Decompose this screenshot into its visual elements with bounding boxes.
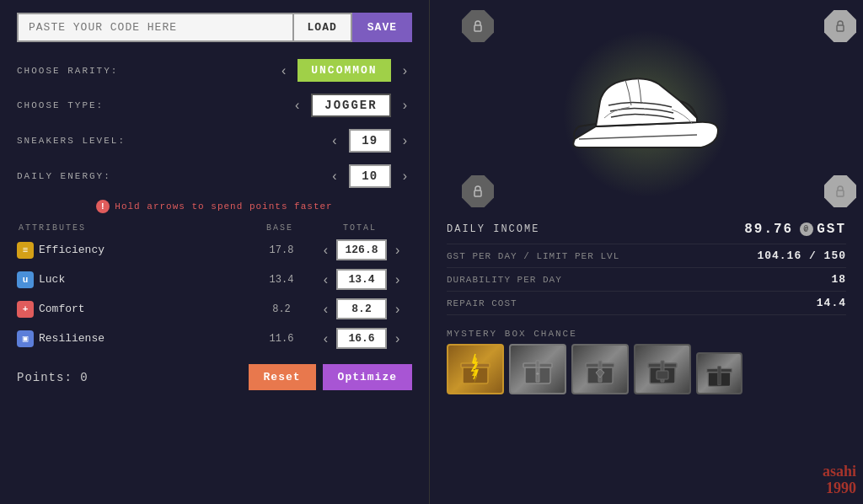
comfort-total: 8.2: [336, 298, 387, 319]
durability-row: DURABILITY PER DAY 18: [447, 268, 846, 292]
mystery-box-5: [696, 352, 742, 394]
luck-dec[interactable]: ‹: [319, 271, 333, 288]
energy-row: DAILY ENERGY: ‹ 10 ›: [17, 164, 412, 188]
mystery-box-1: [447, 344, 504, 394]
comfort-label: Comfort: [39, 303, 85, 315]
rarity-next[interactable]: ›: [398, 62, 412, 79]
resiliense-total-control: ‹ 16.6 ›: [311, 328, 412, 349]
comfort-name: + Comfort: [17, 301, 252, 318]
attr-col-total: TOTAL: [309, 223, 410, 233]
watermark: asahi1990: [823, 464, 856, 497]
attr-comfort-row: + Comfort 8.2 ‹ 8.2 ›: [17, 298, 412, 319]
points-label: Points: 0: [17, 371, 88, 384]
luck-name: u Luck: [17, 271, 252, 288]
resiliense-inc[interactable]: ›: [390, 330, 405, 347]
optimize-button[interactable]: Optimize: [323, 364, 412, 390]
luck-icon: u: [17, 271, 34, 288]
comfort-icon: +: [17, 301, 34, 318]
save-button[interactable]: SAVE: [352, 13, 412, 42]
level-control: ‹ 19 ›: [327, 129, 412, 153]
rarity-control: ‹ UNCOMMON ›: [276, 59, 412, 82]
reset-button[interactable]: Reset: [249, 364, 316, 390]
attr-col-base: BASE: [250, 223, 309, 233]
gst-per-day-row: GST PER DAY / LIMIT PER LVL 104.16 / 150: [447, 244, 846, 268]
energy-next[interactable]: ›: [398, 168, 412, 185]
attr-header: ATTRIBUTES BASE TOTAL: [17, 223, 412, 233]
resiliense-name: ▣ Resiliense: [17, 330, 252, 347]
repair-row: REPAIR COST 14.4: [447, 292, 846, 315]
mystery-box-2: +: [509, 344, 566, 394]
repair-value: 14.4: [817, 297, 846, 309]
type-label: CHOOSE TYPE:: [17, 100, 152, 110]
type-row: CHOOSE TYPE: ‹ JOGGER ›: [17, 94, 412, 117]
durability-value: 18: [831, 273, 846, 286]
action-buttons: Reset Optimize: [249, 364, 412, 390]
rarity-label: CHOOSE RARITY:: [17, 66, 152, 76]
comfort-total-control: ‹ 8.2 ›: [311, 298, 412, 319]
svg-rect-3: [837, 190, 844, 196]
efficiency-dec[interactable]: ‹: [319, 242, 333, 259]
comfort-dec[interactable]: ‹: [319, 301, 333, 318]
left-panel: LOAD SAVE CHOOSE RARITY: ‹ UNCOMMON › CH…: [0, 0, 430, 504]
gst-icon: @: [800, 223, 813, 236]
comfort-base: 8.2: [252, 303, 311, 315]
efficiency-name: ≡ Efficiency: [17, 242, 252, 259]
type-prev[interactable]: ‹: [290, 97, 304, 114]
durability-label: DURABILITY PER DAY: [447, 275, 562, 285]
efficiency-base: 17.8: [252, 244, 311, 256]
luck-inc[interactable]: ›: [390, 271, 405, 288]
efficiency-icon: ≡: [17, 242, 34, 259]
energy-control: ‹ 10 ›: [327, 164, 412, 188]
daily-income-value: 89.76 @ GST: [744, 222, 846, 237]
luck-label: Luck: [39, 273, 65, 286]
resiliense-base: 11.6: [252, 333, 311, 345]
resiliense-dec[interactable]: ‹: [319, 330, 333, 347]
svg-rect-14: [657, 371, 668, 379]
attr-efficiency-row: ≡ Efficiency 17.8 ‹ 126.8 ›: [17, 239, 412, 260]
mystery-boxes: +: [447, 344, 846, 394]
mystery-box-4: [634, 344, 691, 394]
mystery-box-3: [571, 344, 629, 394]
daily-income-number: 89.76: [744, 222, 793, 237]
comfort-inc[interactable]: ›: [390, 301, 405, 318]
efficiency-total: 126.8: [336, 239, 387, 260]
type-next[interactable]: ›: [398, 97, 412, 114]
gst-per-day-value: 104.16 / 150: [757, 249, 846, 262]
level-label: SNEAKERS LEVEL:: [17, 136, 152, 146]
right-panel: DAILY INCOME 89.76 @ GST GST PER DAY / L…: [430, 0, 863, 504]
attr-resiliense-row: ▣ Resiliense 11.6 ‹ 16.6 ›: [17, 328, 412, 349]
luck-total-control: ‹ 13.4 ›: [311, 269, 412, 290]
gst-label: GST: [817, 222, 846, 237]
stats-section: DAILY INCOME 89.76 @ GST GST PER DAY / L…: [447, 215, 846, 394]
resiliense-icon: ▣: [17, 330, 34, 347]
repair-label: REPAIR COST: [447, 298, 517, 308]
attr-col-name: ATTRIBUTES: [19, 223, 250, 233]
rarity-prev[interactable]: ‹: [276, 62, 291, 79]
lock-mid-left[interactable]: [462, 175, 494, 207]
luck-base: 13.4: [252, 274, 311, 286]
rarity-value: UNCOMMON: [297, 59, 390, 82]
code-row: LOAD SAVE: [17, 13, 412, 42]
efficiency-inc[interactable]: ›: [390, 242, 405, 259]
energy-label: DAILY ENERGY:: [17, 171, 152, 181]
warning-icon: !: [96, 200, 110, 213]
lock-mid-right[interactable]: [824, 175, 856, 207]
code-input[interactable]: [17, 13, 294, 42]
type-value: JOGGER: [311, 94, 390, 117]
warning-text: Hold arrows to spend points faster: [115, 201, 332, 212]
gst-per-day-label: GST PER DAY / LIMIT PER LVL: [447, 251, 619, 261]
level-value: 19: [349, 129, 391, 153]
warning-row: ! Hold arrows to spend points faster: [17, 200, 412, 213]
level-next[interactable]: ›: [398, 132, 412, 149]
level-row: SNEAKERS LEVEL: ‹ 19 ›: [17, 129, 412, 153]
type-control: ‹ JOGGER ›: [290, 94, 412, 117]
load-button[interactable]: LOAD: [294, 13, 352, 42]
mystery-section: MYSTERY BOX CHANCE: [447, 315, 846, 394]
energy-value: 10: [349, 164, 391, 188]
energy-prev[interactable]: ‹: [327, 168, 341, 185]
efficiency-total-control: ‹ 126.8 ›: [311, 239, 412, 260]
svg-rect-2: [474, 190, 481, 196]
mystery-label: MYSTERY BOX CHANCE: [447, 329, 846, 339]
level-prev[interactable]: ‹: [327, 132, 341, 149]
gst-badge: @ GST: [800, 222, 846, 237]
